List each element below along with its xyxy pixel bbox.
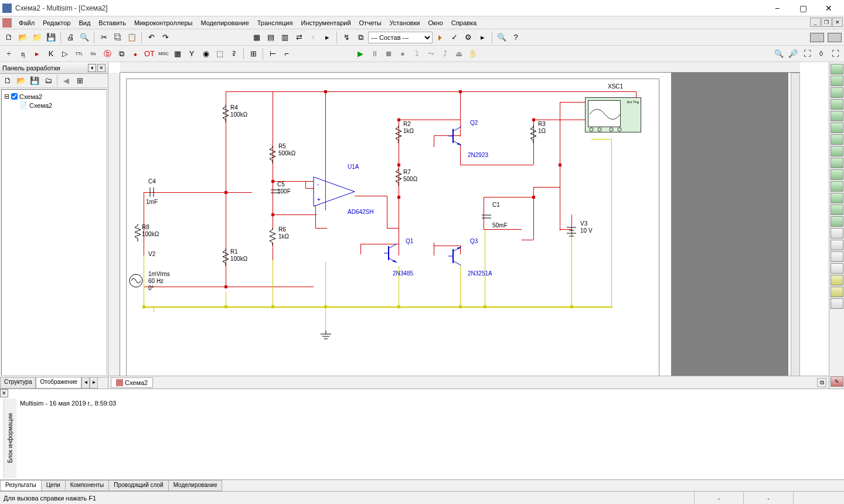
break-icon[interactable]: ⏏: [452, 47, 465, 60]
breadboard-icon[interactable]: ⧉: [354, 31, 367, 44]
menu-reports[interactable]: Отчеты: [356, 18, 385, 28]
mdi-close[interactable]: ✕: [832, 18, 843, 27]
power-comp-icon[interactable]: OT: [143, 47, 156, 60]
wordgen-icon[interactable]: [831, 146, 843, 156]
oscilloscope-icon[interactable]: [831, 99, 843, 110]
compose-select[interactable]: --- Состав ---: [368, 32, 433, 43]
results-tab-nets[interactable]: Цепи: [41, 480, 66, 491]
electromech-icon[interactable]: ◉: [199, 47, 212, 60]
junction-icon[interactable]: ⌐: [280, 47, 293, 60]
tab-right-arrow[interactable]: ▸: [90, 377, 98, 389]
cut-icon[interactable]: ✂: [97, 31, 110, 44]
panel-drop-button[interactable]: ▾: [88, 64, 96, 72]
menu-trans[interactable]: Трансляция: [254, 18, 297, 28]
mdi-minimize[interactable]: _: [810, 18, 821, 27]
undo-icon[interactable]: ↶: [145, 31, 158, 44]
ttl-comp-icon[interactable]: TTL: [73, 47, 86, 60]
hand-icon[interactable]: ✋: [467, 47, 479, 60]
panel-saveall-icon[interactable]: 🗂: [42, 74, 55, 87]
unknown-icon[interactable]: ▸: [476, 31, 489, 44]
logic-analyzer-icon[interactable]: [831, 158, 843, 168]
sim-pause-icon[interactable]: ⏸: [368, 47, 381, 60]
results-tab-layer[interactable]: Проводящий слой: [108, 480, 168, 491]
4ch-scope-icon[interactable]: [831, 111, 843, 121]
funcgen-icon[interactable]: [831, 76, 843, 86]
mixed-comp-icon[interactable]: ⧉: [115, 47, 128, 60]
step-out-icon[interactable]: ⤴: [438, 47, 451, 60]
panel-prev-icon[interactable]: ◀: [60, 74, 73, 87]
menu-file[interactable]: Файл: [15, 18, 38, 28]
open-icon[interactable]: 📂: [16, 31, 29, 44]
network-icon[interactable]: [831, 216, 843, 227]
basic-comp-icon[interactable]: ᶇ: [16, 47, 29, 60]
paste-icon[interactable]: 📋: [125, 31, 138, 44]
mdi-restore[interactable]: ❐: [821, 18, 832, 27]
run-icon[interactable]: ⏵: [434, 31, 447, 44]
agilent-mm-icon[interactable]: [831, 251, 843, 262]
bus-icon[interactable]: ⊢: [266, 47, 279, 60]
minimize-button[interactable]: −: [764, 1, 790, 16]
tek-scope-icon[interactable]: [831, 263, 843, 274]
diode-comp-icon[interactable]: ▸: [30, 47, 43, 60]
tree-child[interactable]: 📄Схема2: [4, 101, 104, 110]
bode-icon[interactable]: [831, 122, 843, 133]
copy-icon[interactable]: ⿻: [111, 31, 124, 44]
current-clamp-icon[interactable]: [831, 298, 843, 309]
menu-insert[interactable]: Вставить: [95, 18, 130, 28]
menu-options[interactable]: Установки: [386, 18, 424, 28]
panel-open-icon[interactable]: 📂: [15, 74, 28, 87]
miscdig-comp-icon[interactable]: ⓑ: [101, 47, 114, 60]
open-examples-icon[interactable]: 📁: [30, 31, 43, 44]
menu-sim[interactable]: Моделирование: [197, 18, 252, 28]
source-comp-icon[interactable]: ÷: [2, 47, 15, 60]
sim-stop-icon[interactable]: ⏹: [382, 47, 395, 60]
zoom-in-icon[interactable]: 🔍: [772, 47, 785, 60]
probe-icon[interactable]: ✎: [831, 376, 843, 387]
find-icon[interactable]: 🔍: [495, 31, 508, 44]
postproc-icon[interactable]: ⚙: [462, 31, 475, 44]
step-over-icon[interactable]: ⤳: [424, 47, 437, 60]
connector-icon[interactable]: ⫀: [227, 47, 240, 60]
elec-check-icon[interactable]: ✓: [448, 31, 461, 44]
iv-analyzer-icon[interactable]: [831, 181, 843, 192]
redo-icon[interactable]: ↷: [159, 31, 172, 44]
cmos-comp-icon[interactable]: Gs: [87, 47, 100, 60]
results-tab-results[interactable]: Результаты: [0, 480, 42, 491]
hierarchy-icon[interactable]: ⊞: [247, 47, 260, 60]
zoom-fit-icon[interactable]: ◊: [815, 47, 828, 60]
results-tab-components[interactable]: Компоненты: [65, 480, 110, 491]
close-button[interactable]: ✕: [816, 1, 842, 16]
menu-edit[interactable]: Редактор: [39, 18, 74, 28]
print-icon[interactable]: 🖨: [64, 31, 77, 44]
tab-structure[interactable]: Структура: [0, 377, 36, 389]
results-close[interactable]: ✕: [0, 389, 8, 397]
sim-step-icon[interactable]: ●: [396, 47, 409, 60]
zoom-out-icon[interactable]: 🔎: [787, 47, 799, 60]
ni-elvis-icon[interactable]: [831, 287, 843, 297]
ni-icon[interactable]: ⬚: [213, 47, 226, 60]
zoom-area-icon[interactable]: ⛶: [801, 47, 814, 60]
tab-display[interactable]: Отображение: [36, 377, 81, 389]
agilent-gen-icon[interactable]: [831, 228, 843, 239]
cross-probe-icon[interactable]: ▫: [307, 31, 319, 44]
multimeter-icon[interactable]: [831, 64, 843, 74]
doc-tabs-overflow[interactable]: ⧉: [817, 378, 826, 387]
menu-instr[interactable]: Инструментарий: [297, 18, 354, 28]
new-icon[interactable]: 🗋: [2, 31, 15, 44]
transistor-comp-icon[interactable]: K: [45, 47, 57, 60]
menu-help[interactable]: Справка: [448, 18, 480, 28]
xspice-icon[interactable]: ▸: [321, 31, 333, 44]
sim-run-icon[interactable]: ▶: [354, 47, 367, 60]
distortion-icon[interactable]: [831, 193, 843, 203]
misc-comp-icon[interactable]: MISC: [157, 47, 170, 60]
run-iv-icon[interactable]: ↯: [340, 31, 353, 44]
advper-comp-icon[interactable]: ▦: [171, 47, 184, 60]
doc-tab-schema2[interactable]: Схема2: [111, 377, 153, 388]
logic-conv-icon[interactable]: [831, 169, 843, 180]
wattmeter-icon[interactable]: [831, 87, 843, 98]
spectrum-icon[interactable]: [831, 205, 843, 215]
analog-comp-icon[interactable]: ▷: [59, 47, 72, 60]
step-into-icon[interactable]: ⤵: [410, 47, 423, 60]
scrollbar-vertical[interactable]: [791, 73, 800, 376]
panel-hier-icon[interactable]: ⊞: [73, 74, 86, 87]
